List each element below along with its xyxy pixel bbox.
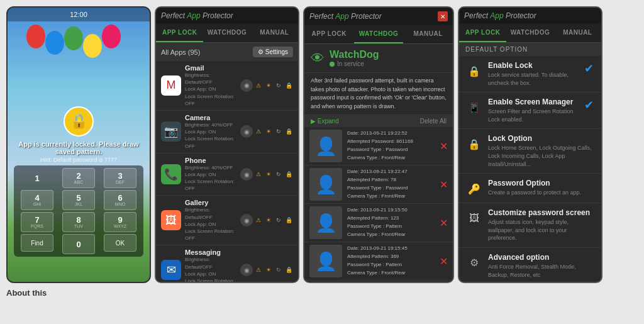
intruder-info: Date: 2013-09-21 19:15:50Attempted Patte…	[347, 206, 435, 238]
option-screen-manager[interactable]: 📱 Enable Screen Manager Screen Filter an…	[459, 92, 601, 129]
app-icon-phone: 📞	[161, 164, 181, 184]
tab-manual[interactable]: MANUAL	[554, 24, 601, 42]
list-item: M Gmail Brightness: Default/OFFLock App:…	[156, 61, 298, 111]
intruder-info-text: Date: 2013-09-21 19:22:47Attempted Patte…	[347, 168, 435, 200]
rotate-icon[interactable]: ↻	[274, 81, 283, 90]
sun-icon[interactable]: ☀	[264, 216, 273, 225]
key-5[interactable]: 5JKL	[62, 190, 95, 210]
key-8[interactable]: 8TUV	[62, 212, 95, 232]
rotate-icon[interactable]: ↻	[274, 170, 283, 179]
lock-icon[interactable]: 🔒	[284, 216, 293, 225]
key-2[interactable]: 2ABC	[62, 168, 95, 188]
option-enable-lock[interactable]: 🔒 Enable Lock Lock service started. To d…	[459, 56, 601, 92]
find-button[interactable]: Find	[21, 234, 53, 252]
delete-all-button[interactable]: Delete All	[420, 118, 447, 125]
settings-button[interactable]: ⚙ Settings	[253, 47, 293, 57]
warning-icon[interactable]: ⚠	[254, 127, 263, 136]
app-name: Gmail	[185, 64, 236, 72]
key-3[interactable]: 3DEF	[104, 168, 136, 188]
sun-icon[interactable]: ☀	[264, 265, 273, 274]
key-7[interactable]: 7PQRS	[21, 212, 53, 232]
ok-button[interactable]: OK	[104, 234, 136, 252]
option-text-screen-manager: Enable Screen Manager Screen Filter and …	[488, 98, 577, 123]
keypad: 1 2ABC 3DEF 4GHI 5JKL 6MNO	[14, 165, 143, 257]
key-1[interactable]: 1	[21, 168, 53, 188]
tab-applock[interactable]: APP LOCK	[156, 24, 203, 42]
lock-icon[interactable]: 🔒	[284, 127, 293, 136]
title-perfect: Perfect	[161, 11, 185, 20]
expand-button[interactable]: ▶ Expand	[311, 118, 339, 125]
fingerprint-icon[interactable]: ◉	[240, 168, 253, 181]
delete-button[interactable]: ✕	[440, 217, 448, 229]
tab-manual[interactable]: MANUAL	[403, 25, 453, 43]
app-controls: ◉ ⚠ ☀ ↻ 🔒	[240, 79, 293, 92]
option-title: Customize password screen	[488, 208, 595, 217]
balloon-green	[64, 26, 83, 50]
tab-applock[interactable]: APP LOCK	[304, 25, 354, 43]
tab-applock[interactable]: APP LOCK	[459, 24, 506, 42]
sun-icon[interactable]: ☀	[264, 170, 273, 179]
option-password[interactable]: 🔑 Password Option Create a password to p…	[459, 174, 601, 203]
option-desc: Lock Home Screen, Lock Outgoing Calls, L…	[488, 144, 595, 168]
title-protector: Protector	[351, 12, 382, 21]
checkbox-screen-manager[interactable]: ✔	[582, 99, 595, 111]
app-info-gmail: Gmail Brightness: Default/OFFLock App: O…	[185, 64, 236, 107]
fingerprint-icon[interactable]: ◉	[240, 214, 253, 226]
option-text-lock-option: Lock Option Lock Home Screen, Lock Outgo…	[488, 134, 595, 168]
title-app: App	[490, 11, 503, 20]
lock-icon[interactable]: 🔒	[284, 170, 293, 179]
intruder-info-text: Date: 2013-09-21 19:22:52Attempted Passw…	[347, 130, 435, 162]
list-item: 👤 Date: 2013-09-21 19:22:47Attempted Pat…	[304, 165, 453, 204]
option-text-password: Password Option Create a password to pro…	[488, 179, 595, 197]
tab-manual[interactable]: MANUAL	[251, 24, 298, 42]
tab-bar: APP LOCK WATCHDOG MANUAL	[156, 24, 298, 43]
tab-watchdog[interactable]: WATCHDOG	[203, 24, 250, 42]
warning-icon[interactable]: ⚠	[254, 265, 263, 274]
lock-icon[interactable]: 🔒	[284, 265, 293, 274]
delete-button[interactable]: ✕	[440, 179, 448, 191]
sun-icon[interactable]: ☀	[264, 81, 273, 90]
option-title: Advanced option	[488, 253, 595, 262]
app-info-messaging: Messaging Brightness: Default/OFFLock Ap…	[185, 249, 236, 282]
title-bar: Perfect App Protector	[459, 8, 601, 24]
intruder-list: 👤 Date: 2013-09-21 19:22:52Attempted Pas…	[304, 127, 453, 282]
fingerprint-icon[interactable]: ◉	[240, 264, 253, 276]
intruder-photo: 👤	[309, 245, 342, 277]
key-9[interactable]: 9WXYZ	[104, 212, 136, 232]
option-advanced[interactable]: ⚙ Advanced option Anti Force Removal, St…	[459, 248, 601, 282]
tab-watchdog[interactable]: WATCHDOG	[506, 24, 553, 42]
option-desc: Adjust status icon, keypad style, wallpa…	[488, 218, 595, 242]
warning-icon[interactable]: ⚠	[254, 170, 263, 179]
list-item: 👤 Date: 2013-09-21 19:15:40Attempted Pat…	[304, 281, 453, 282]
eye-icon: 👁	[311, 50, 325, 67]
fingerprint-icon[interactable]: ◉	[240, 125, 253, 138]
rotate-icon[interactable]: ↻	[274, 127, 283, 136]
key-6[interactable]: 6MNO	[104, 190, 136, 210]
app-details: Brightness: Default/OFFLock App: ONLock …	[185, 72, 236, 107]
warning-icon[interactable]: ⚠	[254, 81, 263, 90]
option-customize[interactable]: 🖼 Customize password screen Adjust statu…	[459, 203, 601, 248]
option-desc: Screen Filter and Screen Rotation Lock e…	[488, 108, 577, 123]
fingerprint-icon[interactable]: ◉	[240, 79, 253, 92]
option-lock-option[interactable]: 🔒 Lock Option Lock Home Screen, Lock Out…	[459, 129, 601, 174]
warning-icon[interactable]: ⚠	[254, 216, 263, 225]
checkbox-enable-lock[interactable]: ✔	[582, 62, 595, 75]
delete-button[interactable]: ✕	[440, 140, 448, 152]
close-button[interactable]: ✕	[438, 11, 448, 21]
intruder-info-text: Date: 2013-09-21 19:15:45Attempted Patte…	[347, 245, 435, 277]
tab-watchdog[interactable]: WATCHDOG	[354, 25, 404, 43]
sun-icon[interactable]: ☀	[264, 127, 273, 136]
screen2-content: All Apps (95) ⚙ Settings M Gmail Brightn…	[156, 43, 298, 282]
delete-button[interactable]: ✕	[440, 255, 448, 267]
lock-icon[interactable]: 🔒	[284, 81, 293, 90]
watchdog-title-area: WatchDog In service	[330, 49, 379, 67]
option-title: Password Option	[488, 179, 595, 187]
option-title: Lock Option	[488, 134, 595, 143]
rotate-icon[interactable]: ↻	[274, 216, 283, 225]
key-4[interactable]: 4GHI	[21, 190, 53, 210]
list-item: 📞 Phone Brightness: 40%/OFFLock App: ONL…	[156, 154, 298, 196]
key-0[interactable]: 0	[62, 234, 95, 254]
app-info-camera: Camera Brightness: 40%/OFFLock App: ONLo…	[185, 114, 236, 150]
person-silhouette: 👤	[315, 174, 337, 195]
intruder-info: Date: 2013-09-21 19:22:47Attempted Patte…	[347, 168, 435, 200]
